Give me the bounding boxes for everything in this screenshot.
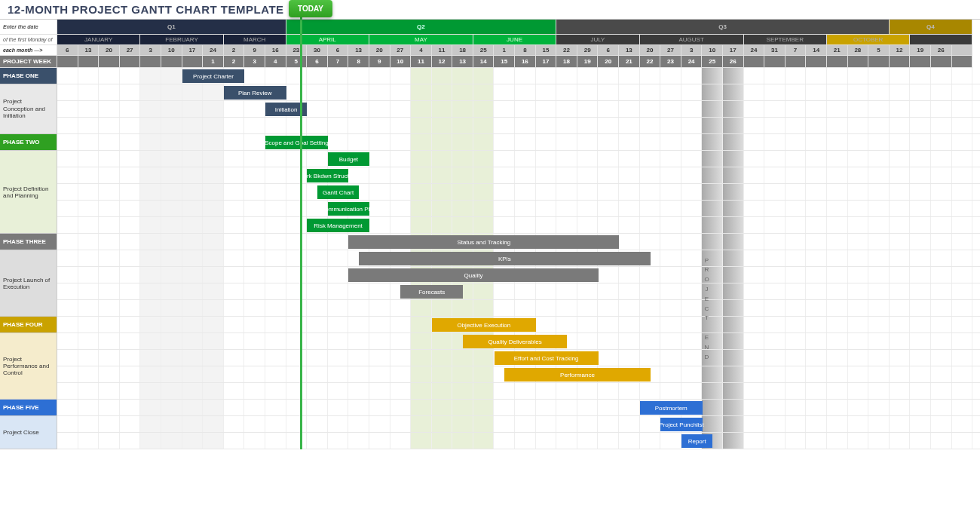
day-cell: 28 [848, 45, 869, 56]
day-cell: 9 [244, 45, 265, 56]
day-cell: 30 [307, 45, 328, 56]
quarter-cell: Q2 [286, 20, 557, 35]
gantt-lane: Forecasts [57, 283, 980, 300]
day-cell: 23 [286, 45, 308, 56]
week-cell [952, 56, 973, 68]
side-hint: each month —> [0, 45, 57, 56]
gantt-bar[interactable]: Scope and Goal Setting [265, 136, 328, 149]
week-cell: 20 [598, 56, 619, 68]
day-cell: 12 [890, 45, 911, 56]
day-cell [952, 45, 973, 56]
day-cell: 27 [390, 45, 412, 56]
gantt-lane: Initiation [57, 101, 980, 118]
gantt-bar[interactable]: Quality Deliverables [463, 335, 567, 348]
month-cell: APRIL [286, 35, 369, 45]
week-cell: 24 [681, 56, 703, 68]
today-badge: TODAY [289, 0, 332, 17]
week-cell [57, 56, 78, 68]
page-title: 12-MONTH PROJECT GANTT CHART TEMPLATE [0, 3, 284, 16]
gantt-lane: KPIs [57, 250, 980, 267]
gantt-bar[interactable]: Communication Plan [328, 202, 369, 216]
month-cell: JUNE [473, 35, 556, 45]
phase-desc: Project Close [0, 416, 57, 449]
week-cell [744, 56, 765, 68]
day-cell: 17 [182, 45, 204, 56]
week-cell: 7 [328, 56, 349, 68]
day-cell: 20 [640, 45, 661, 56]
gantt-lane [57, 118, 980, 134]
phase-label: PHASE TWO [0, 134, 57, 151]
gantt-lane: Report [57, 433, 980, 449]
day-cell: 24 [744, 45, 765, 56]
gantt-lane: Plan Review [57, 84, 980, 101]
week-cell: 25 [702, 56, 723, 68]
day-cell: 8 [515, 45, 536, 56]
gantt-lane: Project Punchlist [57, 416, 980, 433]
day-cell: 10 [702, 45, 723, 56]
week-cell: 11 [411, 56, 432, 68]
gantt-lane: Budget [57, 151, 980, 167]
day-cell: 10 [161, 45, 182, 56]
week-cell [140, 56, 161, 68]
gantt-bar[interactable]: Postmortem [640, 401, 703, 415]
gantt-bar[interactable]: KPIs [359, 252, 650, 265]
week-cell [910, 56, 931, 68]
day-cell: 16 [265, 45, 286, 56]
gantt-lane: Effort and Cost Tracking [57, 350, 980, 366]
week-cell [848, 56, 869, 68]
week-row: PROJECT WEEK1234567891011121314151617181… [0, 56, 980, 68]
quarter-cell: Q1 [57, 20, 286, 35]
gantt-lane: Quality [57, 267, 980, 283]
day-cell: 4 [411, 45, 432, 56]
phase-desc: Project Conception and Initiation [0, 84, 57, 134]
week-cell: 13 [452, 56, 473, 68]
gantt-bar[interactable]: Forecasts [400, 285, 463, 299]
gantt-bar[interactable]: Gantt Chart [317, 185, 359, 199]
month-cell: FEBRUARY [140, 35, 223, 45]
gantt-wrapper: 12-MONTH PROJECT GANTT CHART TEMPLATE TO… [0, 0, 980, 449]
gantt-bar[interactable]: Budget [328, 152, 369, 166]
gantt-lane: Scope and Goal Setting [57, 134, 980, 151]
quarter-row: Enter the dateQ1Q2Q3Q4 [0, 20, 980, 35]
phase-label: PHASE ONE [0, 68, 57, 84]
gantt-bar[interactable]: Risk Management [307, 219, 369, 232]
month-cell: JANUARY [57, 35, 140, 45]
day-cell: 24 [203, 45, 224, 56]
week-cell [890, 56, 911, 68]
month-row: of the first Monday ofJANUARYFEBRUARYMAR… [0, 35, 980, 45]
gantt-bar[interactable]: Plan Review [224, 86, 286, 100]
gantt-bar[interactable]: Project Punchlist [660, 418, 702, 431]
month-cell [910, 35, 972, 45]
day-cell: 3 [140, 45, 161, 56]
day-cell: 15 [536, 45, 557, 56]
gantt-lane: Project Charter [57, 68, 980, 84]
gantt-bar[interactable]: Effort and Cost Tracking [495, 351, 599, 365]
month-cell: MAY [369, 35, 473, 45]
gantt-bar[interactable]: Status and Tracking [348, 235, 619, 249]
gantt-bar[interactable]: Report [681, 434, 712, 448]
gantt-bar[interactable]: Objective Execution [432, 318, 536, 332]
week-cell: 12 [432, 56, 453, 68]
gantt-bar[interactable]: Performance [504, 368, 650, 382]
phase-desc: Project Definition and Planning [0, 151, 57, 234]
day-cell: 21 [827, 45, 848, 56]
gantt-lane: Risk Management [57, 217, 980, 234]
side-hint: Enter the date [0, 20, 57, 35]
phase-label: PHASE FIVE [0, 400, 57, 416]
gantt-body: PHASE ONEProject CharterProject Concepti… [0, 68, 980, 449]
week-cell [99, 56, 120, 68]
day-cell: 18 [452, 45, 473, 56]
day-cell: 27 [660, 45, 681, 56]
day-row: each month —>613202731017242916233061320… [0, 45, 980, 56]
week-cell: 2 [224, 56, 245, 68]
week-cell [786, 56, 807, 68]
gantt-bar[interactable]: Work Bkdwn Structure [307, 169, 348, 182]
week-cell [182, 56, 204, 68]
month-cell: SEPTEMBER [744, 35, 827, 45]
quarter-cell: Q3 [556, 20, 890, 35]
day-cell: 7 [786, 45, 807, 56]
week-cell: 8 [348, 56, 369, 68]
gantt-bar[interactable]: Quality [348, 268, 598, 282]
gantt-bar[interactable]: Project Charter [182, 69, 245, 83]
project-week-label: PROJECT WEEK [0, 56, 57, 68]
